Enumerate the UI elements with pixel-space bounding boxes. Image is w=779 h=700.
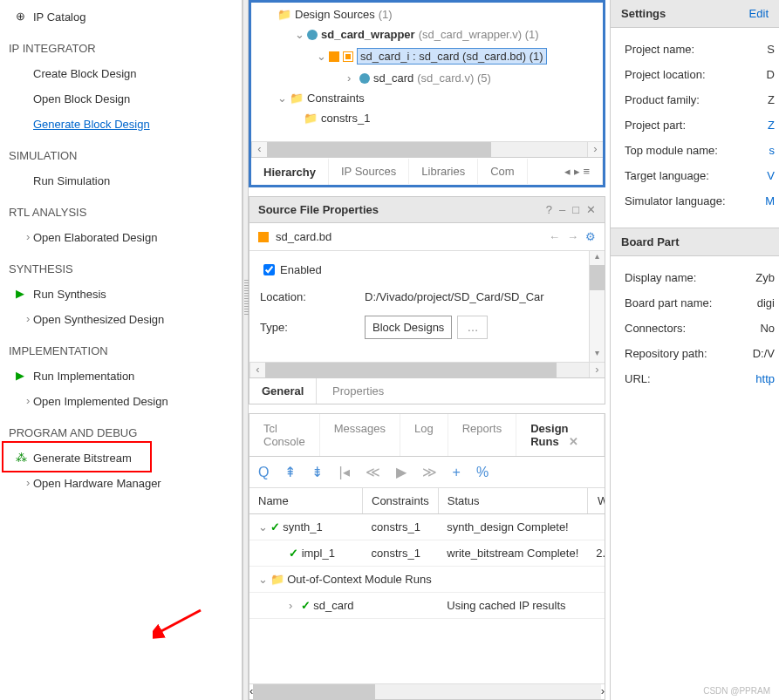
- play-icon[interactable]: ▶: [396, 464, 407, 480]
- tab-properties[interactable]: Properties: [320, 378, 396, 404]
- watermark: CSDN @PPRAM: [703, 686, 770, 696]
- tab-design-runs[interactable]: Design Runs ✕: [516, 414, 605, 456]
- close-icon[interactable]: ✕: [586, 203, 596, 216]
- add-icon[interactable]: +: [453, 465, 461, 480]
- search-icon[interactable]: Q: [258, 465, 269, 480]
- location-row: Location: D:/Vivado/project/SD_Card/SD_C…: [260, 290, 578, 303]
- type-select[interactable]: Block Designs: [365, 316, 452, 339]
- tab-scroll-icon[interactable]: ◂ ▸ ≡: [552, 159, 603, 184]
- settings-label: Project part:: [625, 119, 768, 132]
- settings-label: Connectors:: [625, 322, 760, 335]
- tree-row[interactable]: 📁 Design Sources (1): [251, 4, 603, 24]
- tree-row[interactable]: 📁 constrs_1: [251, 108, 603, 128]
- h-scrollbar[interactable]: ‹ ›: [251, 141, 603, 157]
- scroll-down-icon[interactable]: ▾: [590, 348, 605, 362]
- section-implementation: IMPLEMENTATION: [0, 332, 242, 364]
- scroll-up-icon[interactable]: ▴: [590, 251, 605, 265]
- table-row[interactable]: › ✓ sd_card Using cached IP results: [249, 593, 605, 619]
- settings-row: Top module name:s: [625, 138, 775, 163]
- nav-generate-block-design[interactable]: Generate Block Design: [0, 112, 242, 137]
- nav-create-block-design[interactable]: Create Block Design: [0, 61, 242, 86]
- edit-link[interactable]: Edit: [749, 7, 769, 20]
- nav-open-synthesized-design[interactable]: › Open Synthesized Design: [0, 307, 242, 332]
- forward-icon[interactable]: →: [567, 230, 578, 243]
- scroll-left-icon[interactable]: ‹: [249, 363, 265, 377]
- col-wns[interactable]: WNS: [587, 488, 605, 514]
- next-icon[interactable]: ≫: [422, 464, 437, 480]
- chevron-right-icon[interactable]: ›: [347, 71, 356, 85]
- scroll-right-icon[interactable]: ›: [589, 363, 605, 377]
- tree-row[interactable]: ⌄ sd_card_wrapper (sd_card_wrapper.v) (1…: [251, 24, 603, 44]
- nav-open-implemented-design[interactable]: › Open Implemented Design: [0, 389, 242, 414]
- chevron-down-icon[interactable]: ⌄: [317, 50, 325, 63]
- h-scrollbar[interactable]: ‹ ›: [249, 362, 605, 377]
- gear-icon[interactable]: ⚙: [585, 230, 596, 243]
- nav-ip-catalog[interactable]: ⊕ IP Catalog: [0, 4, 242, 30]
- chevron-down-icon[interactable]: ⌄: [258, 573, 267, 586]
- back-icon[interactable]: ←: [549, 230, 560, 243]
- expand-all-icon[interactable]: ⇟: [311, 464, 323, 480]
- col-name[interactable]: Name: [249, 488, 363, 514]
- chevron-right-icon: ›: [26, 312, 35, 325]
- tab-general[interactable]: General: [249, 378, 317, 404]
- nav-open-elaborated-design[interactable]: › Open Elaborated Design: [0, 225, 242, 250]
- check-icon: ✓: [289, 547, 298, 560]
- chevron-down-icon[interactable]: ⌄: [277, 92, 286, 105]
- table-row[interactable]: ⌄ 📁 Out-of-Context Module Runs: [249, 567, 605, 593]
- first-icon[interactable]: |◂: [338, 464, 349, 480]
- nav-run-simulation[interactable]: Run Simulation: [0, 168, 242, 194]
- chevron-down-icon[interactable]: ⌄: [295, 28, 304, 41]
- table-row[interactable]: ⌄ ✓ synth_1 constrs_1 synth_design Compl…: [249, 514, 605, 540]
- maximize-icon[interactable]: □: [572, 203, 579, 216]
- settings-value[interactable]: Z: [768, 119, 775, 132]
- v-scrollbar[interactable]: ▴ ▾: [589, 251, 605, 362]
- tab-ip-sources[interactable]: IP Sources: [329, 159, 409, 184]
- tab-tcl-console[interactable]: Tcl Console: [249, 414, 320, 456]
- browse-button[interactable]: …: [457, 316, 488, 339]
- col-status[interactable]: Status: [438, 488, 587, 514]
- nav-generate-bitstream[interactable]: ⁂ Generate Bitstream: [0, 445, 242, 471]
- tree-row[interactable]: ⌄ 📁 Constraints: [251, 88, 603, 108]
- nav-run-synthesis[interactable]: ▶ Run Synthesis: [0, 282, 242, 307]
- settings-value: D:/V: [753, 347, 775, 360]
- scroll-left-icon[interactable]: ‹: [251, 142, 267, 157]
- nav-open-hardware-manager[interactable]: › Open Hardware Manager: [0, 471, 242, 496]
- close-icon[interactable]: ✕: [569, 435, 578, 448]
- chevron-right-icon[interactable]: ›: [289, 599, 297, 612]
- properties-body: Enabled Location: D:/Vivado/project/SD_C…: [249, 251, 589, 362]
- table-row[interactable]: ✓ impl_1 constrs_1 write_bitstream Compl…: [249, 540, 605, 567]
- sources-panel: 📁 Design Sources (1) ⌄ sd_card_wrapper (…: [249, 0, 605, 187]
- percent-icon[interactable]: %: [476, 465, 489, 480]
- settings-value[interactable]: s: [769, 144, 776, 157]
- resize-handle[interactable]: [243, 0, 249, 700]
- tree-row-selected[interactable]: ⌄ sd_card_i : sd_card (sd_card.bd) (1): [251, 44, 603, 68]
- hierarchy-icon: [258, 232, 269, 242]
- minimize-icon[interactable]: –: [559, 203, 565, 216]
- chevron-down-icon[interactable]: ⌄: [258, 520, 267, 533]
- enabled-checkbox[interactable]: [263, 264, 275, 275]
- sources-tree[interactable]: 📁 Design Sources (1) ⌄ sd_card_wrapper (…: [251, 3, 603, 141]
- tab-hierarchy[interactable]: Hierarchy: [251, 158, 329, 185]
- tab-compile-order[interactable]: Com: [478, 159, 527, 184]
- tab-messages[interactable]: Messages: [320, 414, 400, 456]
- module-icon: [307, 30, 318, 40]
- nav-run-implementation[interactable]: ▶ Run Implementation: [0, 364, 242, 389]
- settings-header: Settings Edit: [611, 0, 779, 28]
- scroll-right-icon[interactable]: ›: [587, 142, 603, 157]
- prev-icon[interactable]: ≪: [366, 464, 380, 480]
- scroll-right-icon[interactable]: ›: [601, 684, 605, 699]
- tree-row[interactable]: › sd_card (sd_card.v) (5): [251, 68, 603, 88]
- settings-label: URL:: [625, 372, 755, 385]
- tab-libraries[interactable]: Libraries: [409, 159, 478, 184]
- project-summary: Settings Edit Project name:S Project loc…: [610, 0, 779, 700]
- collapse-all-icon[interactable]: ⇞: [284, 464, 296, 480]
- tab-reports[interactable]: Reports: [448, 414, 517, 456]
- tab-log[interactable]: Log: [400, 414, 448, 456]
- col-constraints[interactable]: Constraints: [363, 488, 439, 514]
- h-scrollbar[interactable]: ‹ ›: [249, 683, 605, 699]
- nav-open-block-design[interactable]: Open Block Design: [0, 86, 242, 112]
- settings-value[interactable]: http: [755, 372, 775, 385]
- nav-label: Open Synthesized Design: [33, 313, 164, 326]
- panel-header: Source File Properties ? – □ ✕: [249, 197, 605, 223]
- help-icon[interactable]: ?: [546, 203, 552, 216]
